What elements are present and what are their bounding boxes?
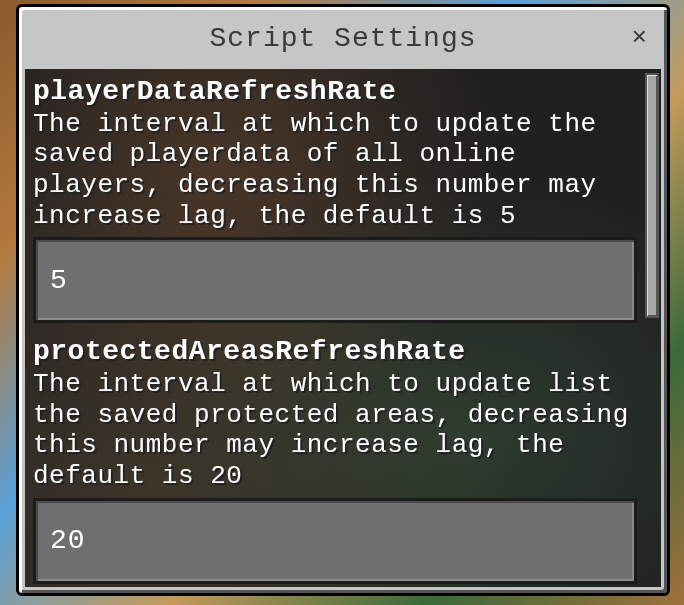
settings-list: playerDataRefreshRate The interval at wh… [33,75,637,584]
close-icon[interactable]: × [631,25,647,51]
playerdatarefreshrate-input[interactable] [50,265,620,296]
protectedareasrefreshrate-input[interactable] [50,525,620,556]
setting-item: playerDataRefreshRate The interval at wh… [33,75,637,323]
scrollbar-thumb[interactable] [645,73,659,318]
setting-description: The interval at which to update list the… [33,369,637,492]
scrollbar[interactable] [645,73,659,583]
setting-name: playerDataRefreshRate [33,75,637,109]
window-title: Script Settings [209,23,476,54]
setting-input-wrap[interactable] [33,498,637,584]
setting-name: protectedAreasRefreshRate [33,335,637,369]
setting-description: The interval at which to update the save… [33,109,637,232]
settings-window: Script Settings × playerDataRefreshRate … [16,4,670,596]
titlebar: Script Settings × [19,7,667,69]
setting-input-wrap[interactable] [33,237,637,323]
settings-scroll: playerDataRefreshRate The interval at wh… [25,69,645,587]
content-area: playerDataRefreshRate The interval at wh… [25,69,661,587]
setting-item: protectedAreasRefreshRate The interval a… [33,335,637,583]
